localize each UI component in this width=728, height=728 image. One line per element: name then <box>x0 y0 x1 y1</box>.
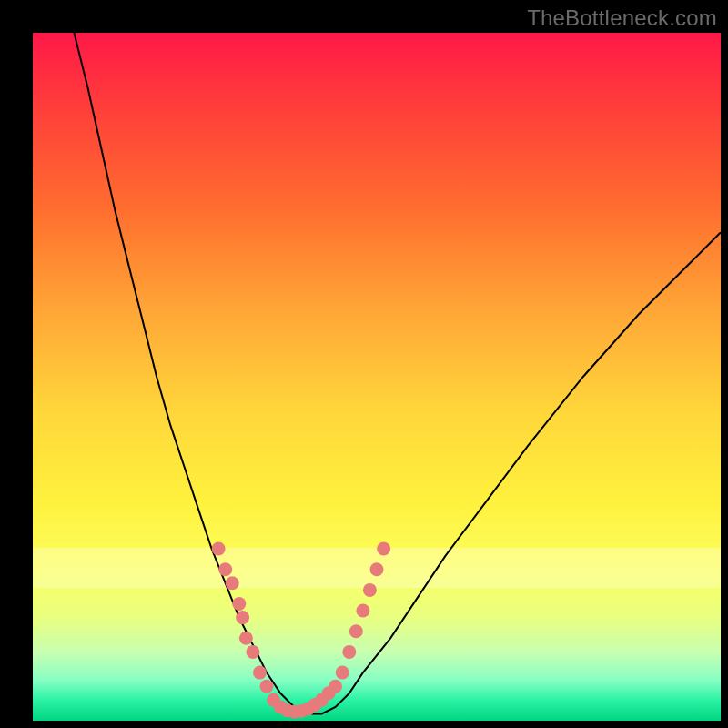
curve-marker <box>349 624 363 638</box>
curve-markers <box>212 542 391 719</box>
curve-marker <box>253 666 267 680</box>
curve-marker <box>336 666 349 680</box>
curve-marker <box>377 542 390 556</box>
curve-marker <box>342 645 356 659</box>
watermark-text: TheBottleneck.com <box>527 5 717 31</box>
curve-marker <box>329 680 342 693</box>
curve-marker <box>239 632 253 645</box>
curve-marker <box>260 680 274 693</box>
curve-marker <box>226 576 239 590</box>
chart-plot-area <box>33 33 721 721</box>
curve-marker <box>212 542 226 556</box>
bottleneck-curve <box>74 33 721 713</box>
curve-marker <box>363 583 377 597</box>
curve-marker <box>246 645 259 659</box>
curve-marker <box>236 611 249 624</box>
curve-marker <box>356 604 369 618</box>
curve-marker <box>370 562 384 576</box>
curve-marker <box>232 597 246 611</box>
chart-svg <box>33 33 721 721</box>
curve-marker <box>218 562 232 576</box>
